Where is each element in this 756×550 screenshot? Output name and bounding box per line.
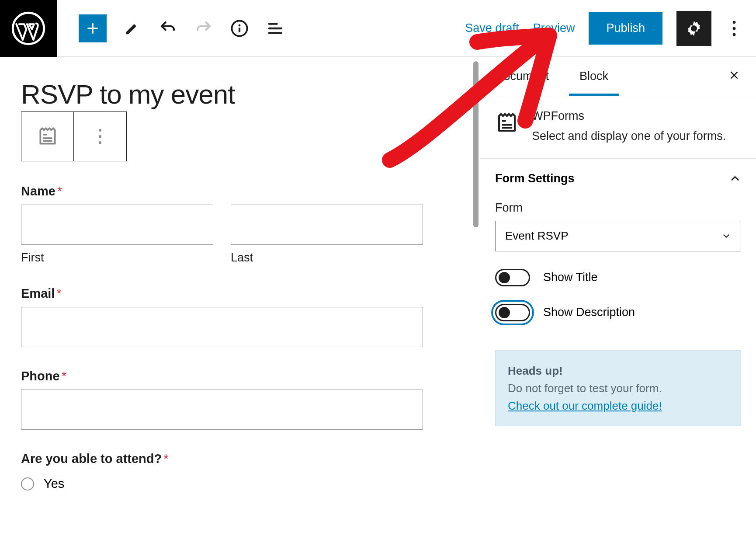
redo-icon [194, 19, 213, 38]
show-description-label: Show Description [543, 306, 635, 319]
editor-canvas: RSVP to my event Name* First [0, 57, 472, 550]
name-label: Name [21, 184, 55, 198]
radio-option-yes[interactable]: Yes [21, 477, 423, 491]
main-area: RSVP to my event Name* First [0, 57, 756, 550]
add-block-button[interactable] [79, 14, 107, 42]
more-options-button[interactable] [725, 18, 743, 39]
toggle-show-description: Show Description [495, 304, 741, 321]
required-marker: * [62, 369, 66, 383]
sidebar-tabs: Document Block [480, 57, 756, 96]
svg-point-4 [733, 21, 736, 24]
kebab-icon [98, 129, 102, 144]
settings-sidebar: Document Block WPForms Select and displa… [480, 57, 756, 550]
outline-button[interactable] [265, 18, 286, 39]
wordpress-logo[interactable] [0, 0, 57, 57]
svg-point-6 [733, 33, 736, 36]
form-preview: Name* First Last Email* Phone* [21, 184, 423, 491]
field-email: Email* [21, 286, 423, 347]
tab-block[interactable]: Block [578, 57, 610, 95]
form-select-label: Form [495, 201, 741, 215]
tab-document[interactable]: Document [493, 57, 551, 95]
show-title-label: Show Title [543, 271, 598, 284]
form-settings-header[interactable]: Form Settings [495, 172, 741, 185]
email-label: Email [21, 286, 55, 300]
show-description-toggle[interactable] [495, 304, 530, 321]
radio-label: Yes [44, 477, 64, 491]
notice-heading: Heads up! [508, 364, 563, 377]
toolbar-left [79, 14, 286, 42]
chevron-down-icon [721, 231, 731, 241]
page-title[interactable]: RSVP to my event [21, 79, 451, 110]
undo-icon [159, 19, 177, 38]
phone-label: Phone [21, 369, 60, 383]
svg-point-5 [733, 27, 736, 30]
block-info-title: WPForms [532, 109, 726, 123]
block-more-button[interactable] [74, 112, 126, 161]
block-info: WPForms Select and display one of your f… [480, 96, 756, 159]
preview-button[interactable]: Preview [533, 21, 575, 35]
form-settings-panel: Form Settings Form Event RSVP Show Title… [480, 159, 756, 334]
plus-icon [84, 20, 101, 37]
scroll-thumb[interactable] [473, 61, 479, 227]
form-icon [37, 125, 59, 147]
field-name: Name* First Last [21, 184, 423, 265]
list-icon [266, 19, 284, 38]
svg-point-2 [239, 24, 241, 26]
field-phone: Phone* [21, 369, 423, 430]
wpforms-icon [495, 111, 519, 135]
phone-input[interactable] [21, 390, 423, 430]
field-attend: Are you able to attend?* Yes [21, 452, 423, 491]
svg-rect-3 [239, 28, 240, 32]
toolbar-right: Save draft Preview Publish [465, 11, 756, 46]
settings-button[interactable] [676, 11, 711, 46]
last-name-sublabel: Last [231, 251, 423, 265]
block-info-desc: Select and display one of your forms. [532, 127, 726, 145]
info-button[interactable] [229, 18, 250, 39]
save-draft-button[interactable]: Save draft [465, 21, 519, 35]
required-marker: * [57, 184, 62, 198]
svg-point-9 [99, 141, 101, 144]
radio-icon [21, 477, 34, 491]
edit-mode-button[interactable] [121, 18, 142, 39]
last-name-input[interactable] [231, 205, 423, 245]
notice-text: Do not forget to test your form. [508, 382, 662, 395]
publish-button[interactable]: Publish [589, 12, 662, 45]
chevron-up-icon [729, 172, 741, 184]
scrollbar[interactable] [472, 57, 480, 550]
first-name-sublabel: First [21, 251, 213, 265]
pencil-icon [123, 20, 141, 37]
notice-link[interactable]: Check out our complete guide! [508, 399, 662, 412]
attend-label: Are you able to attend? [21, 452, 162, 466]
show-title-toggle[interactable] [495, 269, 530, 286]
kebab-icon [732, 21, 736, 36]
form-select-value: Event RSVP [505, 229, 569, 243]
redo-button[interactable] [193, 18, 214, 39]
notice-box: Heads up! Do not forget to test your for… [495, 350, 741, 427]
info-icon [230, 19, 249, 38]
first-name-input[interactable] [21, 205, 213, 245]
wordpress-icon [11, 11, 45, 45]
toggle-show-title: Show Title [495, 269, 741, 286]
close-panel-button[interactable] [725, 68, 743, 84]
block-type-button[interactable] [21, 112, 74, 161]
email-input[interactable] [21, 307, 423, 347]
form-select[interactable]: Event RSVP [495, 221, 741, 251]
undo-button[interactable] [157, 18, 178, 39]
gear-icon [685, 19, 703, 38]
editor-topbar: Save draft Preview Publish [0, 0, 756, 57]
close-icon [728, 70, 740, 81]
svg-point-8 [99, 135, 101, 138]
svg-point-7 [99, 129, 101, 132]
required-marker: * [163, 452, 168, 466]
block-toolbar [21, 111, 127, 161]
form-settings-heading: Form Settings [495, 172, 575, 185]
required-marker: * [56, 286, 61, 300]
